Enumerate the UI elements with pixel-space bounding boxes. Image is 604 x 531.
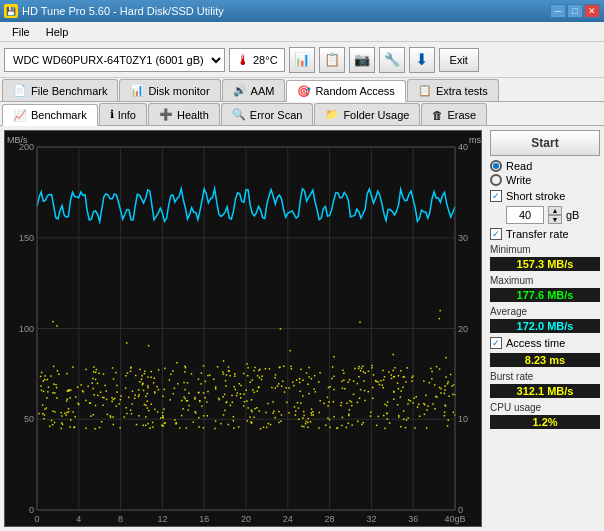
tab-info[interactable]: ℹ Info xyxy=(99,103,147,125)
access-time-value: 8.23 ms xyxy=(490,353,600,367)
health-icon: ➕ xyxy=(159,108,173,121)
download-button[interactable]: ⬇ xyxy=(409,47,435,73)
stroke-down-button[interactable]: ▼ xyxy=(548,215,562,224)
close-button[interactable]: ✕ xyxy=(584,4,600,18)
stroke-unit: gB xyxy=(566,209,579,221)
app-icon: 💾 xyxy=(4,4,18,18)
info-button[interactable]: 📋 xyxy=(319,47,345,73)
folder-usage-icon: 📁 xyxy=(325,108,339,121)
file-benchmark-icon: 📄 xyxy=(13,84,27,97)
average-value: 172.0 MB/s xyxy=(490,319,600,333)
maximum-section: Maximum 177.6 MB/s xyxy=(490,275,600,302)
error-scan-icon: 🔍 xyxy=(232,108,246,121)
menu-bar: File Help xyxy=(0,22,604,42)
minimize-button[interactable]: ─ xyxy=(550,4,566,18)
temperature-display: 🌡 28°C xyxy=(229,48,285,72)
tab-aam[interactable]: 🔊 AAM xyxy=(222,79,286,101)
minimum-label: Minimum xyxy=(490,244,600,255)
transfer-rate-label: Transfer rate xyxy=(506,228,569,240)
extra-tests-icon: 📋 xyxy=(418,84,432,97)
tab-random-access[interactable]: 🎯 Random Access xyxy=(286,80,405,102)
cpu-usage-section: CPU usage 1.2% xyxy=(490,402,600,429)
aam-icon: 🔊 xyxy=(233,84,247,97)
stroke-value-input[interactable] xyxy=(506,206,544,224)
average-label: Average xyxy=(490,306,600,317)
chart-area xyxy=(4,130,482,527)
read-label: Read xyxy=(506,160,532,172)
write-radio-dot xyxy=(490,174,502,186)
transfer-rate-check: ✓ xyxy=(490,228,502,240)
tab-benchmark[interactable]: 📈 Benchmark xyxy=(2,104,98,126)
burst-rate-label: Burst rate xyxy=(490,371,600,382)
menu-help[interactable]: Help xyxy=(38,24,77,40)
health-button[interactable]: 📊 xyxy=(289,47,315,73)
write-label: Write xyxy=(506,174,531,186)
read-radio-dot xyxy=(490,160,502,172)
access-time-checkbox[interactable]: ✓ Access time xyxy=(490,337,600,349)
transfer-rate-checkbox[interactable]: ✓ Transfer rate xyxy=(490,228,600,240)
exit-button[interactable]: Exit xyxy=(439,48,479,72)
minimum-value: 157.3 MB/s xyxy=(490,257,600,271)
average-section: Average 172.0 MB/s xyxy=(490,306,600,333)
tab-extra-tests[interactable]: 📋 Extra tests xyxy=(407,79,499,101)
erase-icon: 🗑 xyxy=(432,109,443,121)
random-access-icon: 🎯 xyxy=(297,85,311,98)
stroke-input-group: ▲ ▼ gB xyxy=(506,206,600,224)
stroke-up-button[interactable]: ▲ xyxy=(548,206,562,215)
cpu-usage-value: 1.2% xyxy=(490,415,600,429)
window-title: HD Tune Pro 5.60 - Hard Disk/SSD Utility xyxy=(22,5,224,17)
extra-button[interactable]: 🔧 xyxy=(379,47,405,73)
access-time-label: Access time xyxy=(506,337,565,349)
tab-error-scan[interactable]: 🔍 Error Scan xyxy=(221,103,314,125)
maximum-label: Maximum xyxy=(490,275,600,286)
temperature-value: 28°C xyxy=(253,54,278,66)
thermometer-icon: 🌡 xyxy=(236,52,250,68)
benchmark-button[interactable]: 📷 xyxy=(349,47,375,73)
short-stroke-label: Short stroke xyxy=(506,190,565,202)
write-radio[interactable]: Write xyxy=(490,174,600,186)
tab-disk-monitor[interactable]: 📊 Disk monitor xyxy=(119,79,220,101)
maximize-button[interactable]: □ xyxy=(567,4,583,18)
start-button[interactable]: Start xyxy=(490,130,600,156)
info-icon: ℹ xyxy=(110,108,114,121)
tab-folder-usage[interactable]: 📁 Folder Usage xyxy=(314,103,420,125)
right-panel: Start Read Write ✓ Short stroke ▲ ▼ gB xyxy=(486,126,604,531)
tab-health[interactable]: ➕ Health xyxy=(148,103,220,125)
benchmark-icon: 📈 xyxy=(13,109,27,122)
minimum-section: Minimum 157.3 MB/s xyxy=(490,244,600,271)
maximum-value: 177.6 MB/s xyxy=(490,288,600,302)
tab-erase[interactable]: 🗑 Erase xyxy=(421,103,487,125)
main-content: Start Read Write ✓ Short stroke ▲ ▼ gB xyxy=(0,126,604,531)
burst-rate-section: Burst rate 312.1 MB/s xyxy=(490,371,600,398)
cpu-usage-label: CPU usage xyxy=(490,402,600,413)
tab-row-2: 📈 Benchmark ℹ Info ➕ Health 🔍 Error Scan… xyxy=(0,102,604,126)
tab-row-1: 📄 File Benchmark 📊 Disk monitor 🔊 AAM 🎯 … xyxy=(0,78,604,102)
title-bar: 💾 HD Tune Pro 5.60 - Hard Disk/SSD Utili… xyxy=(0,0,604,22)
read-radio[interactable]: Read xyxy=(490,160,600,172)
menu-file[interactable]: File xyxy=(4,24,38,40)
benchmark-chart xyxy=(5,131,482,527)
tab-file-benchmark[interactable]: 📄 File Benchmark xyxy=(2,79,118,101)
read-write-group: Read Write xyxy=(490,160,600,186)
short-stroke-check: ✓ xyxy=(490,190,502,202)
toolbar: WDC WD60PURX-64T0ZY1 (6001 gB) 🌡 28°C 📊 … xyxy=(0,42,604,78)
short-stroke-checkbox[interactable]: ✓ Short stroke xyxy=(490,190,600,202)
access-time-check: ✓ xyxy=(490,337,502,349)
disk-monitor-icon: 📊 xyxy=(130,84,144,97)
drive-select[interactable]: WDC WD60PURX-64T0ZY1 (6001 gB) xyxy=(4,48,225,72)
burst-rate-value: 312.1 MB/s xyxy=(490,384,600,398)
